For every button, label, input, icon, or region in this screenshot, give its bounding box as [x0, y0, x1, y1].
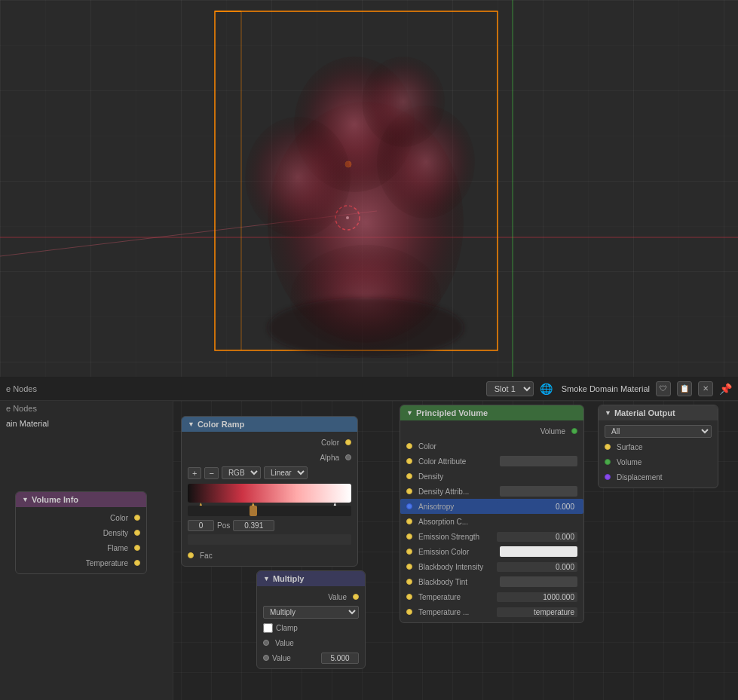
color-ramp-alpha-label: Alpha — [188, 454, 342, 462]
slot-dropdown[interactable]: Slot 1 — [486, 381, 534, 396]
material-output-header: ▼ Material Output — [599, 405, 718, 420]
principled-absorption-row: Absorption C... — [400, 514, 583, 529]
principled-temperature-socket[interactable] — [406, 594, 412, 600]
material-output-volume-socket[interactable] — [605, 459, 611, 465]
multiply-value-input[interactable]: 5.000 — [321, 653, 359, 664]
multiply-title: Multiply — [273, 574, 305, 583]
volume-info-color-label: Color — [22, 514, 131, 522]
principled-color-attr-field[interactable] — [500, 456, 578, 466]
color-ramp-pos-value-field[interactable]: 0.391 — [233, 520, 274, 531]
collapse-arrow-color-ramp[interactable]: ▼ — [188, 420, 194, 428]
principled-temperature-attr-socket[interactable] — [406, 609, 412, 615]
principled-emission-strength-row: Emission Strength — [400, 529, 583, 544]
multiply-mode-dropdown[interactable]: Multiply — [263, 606, 359, 619]
principled-temperature-row: Temperature — [400, 589, 583, 604]
principled-volume-title: Principled Volume — [416, 408, 488, 417]
nodes-label: e Nodes — [6, 384, 37, 393]
color-ramp-interp-dropdown[interactable]: Linear — [264, 466, 308, 479]
color-ramp-minus-btn[interactable]: − — [204, 467, 218, 479]
color-ramp-swatch[interactable] — [188, 534, 351, 545]
principled-emission-color-row: Emission Color — [400, 544, 583, 559]
principled-anisotropy-socket[interactable] — [406, 503, 412, 509]
multiply-clamp-checkbox[interactable] — [263, 623, 273, 633]
multiply-value-label: Value — [263, 593, 350, 601]
principled-emission-strength-label: Emission Strength — [415, 533, 494, 541]
material-output-surface-row: Surface — [599, 439, 718, 454]
principled-density-attr-label: Density Attrib... — [415, 488, 497, 496]
principled-anisotropy-label: Anisotropy — [415, 503, 494, 511]
principled-emission-color-label: Emission Color — [415, 548, 497, 556]
principled-color-attr-row: Color Attribute — [400, 454, 583, 469]
color-ramp-header: ▼ Color Ramp — [182, 417, 357, 432]
principled-blackbody-intensity-field[interactable] — [497, 562, 578, 572]
principled-absorption-socket[interactable] — [406, 518, 412, 524]
principled-volume-output-label: Volume — [406, 427, 568, 436]
material-output-displacement-socket[interactable] — [605, 474, 611, 480]
principled-temperature-attr-row: Temperature ... — [400, 604, 583, 619]
collapse-arrow-multiply[interactable]: ▼ — [263, 575, 270, 582]
principled-emission-color-socket[interactable] — [406, 549, 412, 555]
color-ramp-pos-row: 0 Pos 0.391 — [182, 518, 357, 533]
color-ramp-zero-field[interactable]: 0 — [188, 520, 214, 531]
color-ramp-body: Color Alpha + − RGB Linear — [182, 432, 357, 566]
svg-point-17 — [268, 298, 464, 358]
principled-density-label: Density — [415, 472, 577, 481]
principled-blackbody-intensity-label: Blackbody Intensity — [415, 563, 494, 571]
principled-density-attr-socket[interactable] — [406, 488, 412, 494]
principled-density-attr-row: Density Attrib... — [400, 484, 583, 499]
volume-info-header: ▼ Volume Info — [16, 492, 146, 507]
smoke-blob — [215, 11, 516, 358]
material-output-surface-socket[interactable] — [605, 444, 611, 450]
principled-volume-header: ▼ Principled Volume — [400, 405, 583, 420]
principled-anisotropy-field[interactable] — [497, 502, 578, 512]
color-ramp-color-output-socket[interactable] — [345, 439, 351, 445]
multiply-clamp-row: Clamp — [257, 620, 365, 635]
shield-icon[interactable]: 🛡 — [656, 381, 671, 396]
collapse-arrow-volume-info[interactable]: ▼ — [22, 496, 29, 503]
material-output-dropdown[interactable]: All — [605, 425, 712, 438]
principled-color-socket[interactable] — [406, 443, 412, 449]
color-ramp-node: ▼ Color Ramp Color Alpha + − — [181, 416, 358, 567]
multiply-value-field-row: Value 5.000 — [257, 650, 365, 665]
bottom-panel: e Nodes Slot 1 🌐 Smoke Domain Material 🛡… — [0, 377, 738, 700]
principled-blackbody-tint-label: Blackbody Tint — [415, 578, 497, 586]
pin-icon[interactable]: 📌 — [719, 383, 732, 395]
principled-density-socket[interactable] — [406, 473, 412, 479]
sphere-icon[interactable]: 🌐 — [540, 383, 553, 395]
principled-emission-strength-field[interactable] — [497, 532, 578, 542]
principled-temperature-field[interactable] — [497, 592, 578, 602]
color-ramp-mode-dropdown[interactable]: RGB — [222, 466, 261, 479]
multiply-value-input-socket-2[interactable] — [263, 655, 269, 661]
material-output-body: All Surface Volume Displacement — [599, 420, 718, 488]
multiply-mode-row: Multiply — [257, 604, 365, 620]
volume-info-temperature-socket[interactable] — [134, 560, 140, 566]
collapse-arrow-principled[interactable]: ▼ — [406, 409, 413, 417]
color-ramp-gradient[interactable] — [188, 484, 351, 503]
multiply-value-input-label: Value — [272, 639, 359, 647]
close-icon[interactable]: ✕ — [698, 381, 713, 396]
volume-info-density-socket[interactable] — [134, 530, 140, 536]
copy-icon[interactable]: 📋 — [677, 381, 692, 396]
color-ramp-plus-btn[interactable]: + — [188, 467, 201, 479]
principled-blackbody-intensity-socket[interactable] — [406, 564, 412, 570]
color-ramp-fac-input-socket[interactable] — [188, 552, 194, 558]
principled-density-attr-field[interactable] — [500, 486, 578, 497]
volume-info-flame-socket[interactable] — [134, 545, 140, 551]
color-ramp-stop-bar[interactable] — [188, 506, 351, 516]
principled-color-attr-socket[interactable] — [406, 458, 412, 464]
multiply-value-input-socket-1[interactable] — [263, 640, 269, 646]
multiply-value-output-socket[interactable] — [353, 594, 359, 600]
principled-blackbody-intensity-row: Blackbody Intensity — [400, 559, 583, 574]
color-ramp-alpha-socket[interactable] — [345, 454, 351, 460]
collapse-arrow-output[interactable]: ▼ — [605, 409, 611, 417]
principled-blackbody-tint-socket[interactable] — [406, 579, 412, 585]
volume-info-color-socket[interactable] — [134, 515, 140, 521]
volume-info-color-row: Color — [16, 510, 146, 525]
material-name: Smoke Domain Material — [562, 384, 650, 393]
principled-blackbody-tint-field[interactable] — [500, 576, 578, 587]
principled-emission-strength-socket[interactable] — [406, 533, 412, 540]
principled-volume-output-row: Volume — [400, 423, 583, 439]
principled-temperature-attr-field[interactable] — [497, 607, 578, 617]
principled-emission-color-field[interactable] — [500, 546, 578, 557]
principled-volume-output-socket[interactable] — [571, 428, 577, 434]
